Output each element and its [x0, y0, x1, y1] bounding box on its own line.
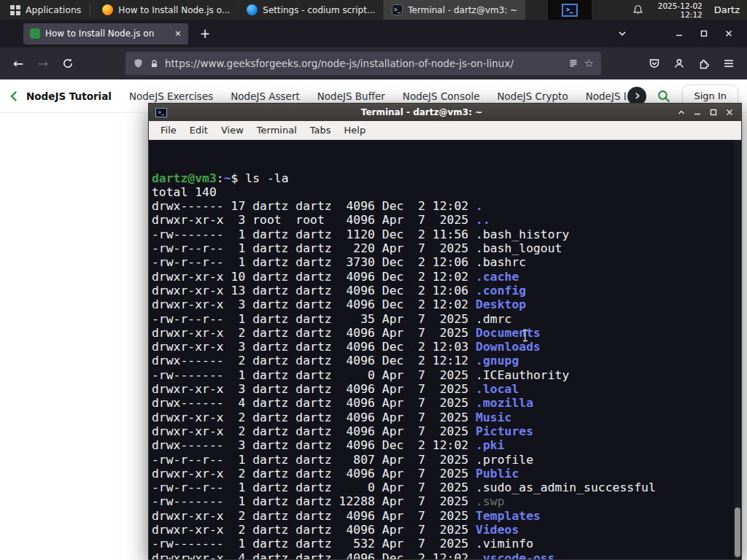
terminal-close-button[interactable]	[721, 105, 738, 120]
nav-link[interactable]: NodeJS Exercises	[129, 90, 213, 102]
terminal-title: Terminal - dartz@vm3: ~	[170, 107, 673, 117]
top-panel: Applications How to Install Node.js o...…	[0, 0, 747, 20]
terminal-line: -rw-r--r-- 1 dartz dartz 0 Apr 7 2025 .s…	[152, 481, 741, 494]
applications-menu[interactable]: Applications	[4, 0, 87, 20]
terminal-line: drwxr-xr-x 2 dartz dartz 4096 Apr 7 2025…	[152, 523, 741, 537]
taskbar-button-codium[interactable]: Settings - codium script...	[238, 0, 383, 20]
task-title: Terminal - dartz@vm3: ~	[408, 5, 517, 15]
nav-link[interactable]: NodeJS Tutorial	[26, 90, 112, 102]
tab-close-icon[interactable]	[174, 30, 182, 37]
terminal-minimize-button[interactable]	[689, 105, 705, 120]
nav-link[interactable]: NodeJS Console	[403, 90, 480, 102]
applications-icon	[10, 5, 20, 15]
terminal-line: drwx------ 4 dartz dartz 4096 Apr 7 2025…	[152, 396, 741, 410]
site-favicon	[30, 28, 40, 39]
site-nav-links: NodeJS TutorialNodeJS ExercisesNodeJS As…	[26, 90, 626, 102]
menu-help[interactable]: Help	[338, 122, 373, 138]
menu-tabs[interactable]: Tabs	[303, 122, 338, 138]
terminal-line: drwxr-xr-x 3 dartz dartz 4096 Dec 2 12:0…	[152, 298, 741, 311]
menu-view[interactable]: View	[214, 122, 250, 138]
applications-label: Applications	[26, 4, 81, 15]
bookmark-star-icon[interactable]: ☆	[584, 57, 594, 70]
user-menu[interactable]: Dartz	[714, 4, 740, 15]
terminal-title-icon: >_	[155, 108, 167, 117]
search-icon[interactable]	[657, 89, 670, 103]
terminal-line: drwxr-xr-x 3 root root 4096 Apr 7 2025 .…	[152, 213, 741, 227]
terminal-line: -rw-r--r-- 1 dartz dartz 35 Apr 7 2025 .…	[152, 312, 741, 326]
nav-link[interactable]: NodeJS Assert	[231, 90, 300, 102]
desktop: Applications How to Install Node.js o...…	[0, 0, 747, 560]
terminal-scrollbar[interactable]	[734, 140, 741, 559]
taskbar: How to Install Node.js o...Settings - co…	[93, 0, 540, 20]
menu-hamburger-icon[interactable]	[716, 52, 741, 75]
terminal-line: -rw-r--r-- 1 dartz dartz 807 Apr 7 2025 …	[152, 453, 741, 467]
browser-tab[interactable]: How to Install Node.js on	[23, 23, 188, 44]
nav-toolbar: ← → https://www.geeksforgeeks.org/node-j…	[0, 47, 747, 79]
window-restore-button[interactable]	[692, 23, 716, 44]
window-minimize-button[interactable]	[667, 23, 692, 44]
reload-button[interactable]	[55, 52, 80, 75]
terminal-maximize-button[interactable]	[705, 105, 721, 120]
terminal-line: drwxr-xr-x 2 dartz dartz 4096 Apr 7 2025…	[152, 467, 741, 481]
text-cursor	[464, 315, 529, 359]
terminal-line: total 140	[152, 185, 741, 199]
terminal-line: drwxr-xr-x 2 dartz dartz 4096 Apr 7 2025…	[152, 424, 741, 438]
back-button[interactable]: ←	[6, 52, 31, 75]
terminal-line: drwx------ 2 dartz dartz 4096 Dec 2 12:1…	[152, 354, 741, 368]
nav-link[interactable]: NodeJS Crypto	[498, 90, 568, 102]
list-tabs-button[interactable]	[610, 23, 635, 44]
notification-bell-icon[interactable]	[632, 4, 643, 15]
terminal-shade-button[interactable]	[673, 105, 689, 120]
terminal-line: drwxr-xr-x 10 dartz dartz 4096 Dec 2 12:…	[152, 270, 741, 284]
url-text[interactable]: https://www.geeksforgeeks.org/node-js/in…	[165, 58, 562, 69]
terminal-titlebar[interactable]: >_ Terminal - dartz@vm3: ~	[149, 104, 741, 121]
terminal-line: -rw------- 1 dartz dartz 12288 Apr 7 202…	[152, 494, 741, 508]
taskbar-button-terminal[interactable]: >_Terminal - dartz@vm3: ~	[383, 0, 525, 20]
terminal-line: drwxr-xr-x 2 dartz dartz 4096 Apr 7 2025…	[152, 509, 741, 523]
forward-button[interactable]: →	[31, 52, 55, 75]
terminal-icon: >_	[392, 4, 403, 15]
firefox-icon	[102, 4, 113, 15]
menu-file[interactable]: File	[154, 122, 183, 138]
terminal-output: dartz@vm3:~$ ls -latotal 140drwx------ 1…	[152, 171, 741, 559]
nav-link[interactable]: NodeJS Buffer	[317, 90, 385, 102]
scrollbar-thumb[interactable]	[735, 508, 740, 557]
tab-title: How to Install Node.js on	[45, 28, 169, 39]
new-tab-button[interactable]: +	[196, 24, 214, 43]
terminal-line: drwxr-xr-x 2 dartz dartz 4096 Apr 7 2025…	[152, 411, 741, 424]
terminal-window: >_ Terminal - dartz@vm3: ~ FileEditViewT…	[148, 103, 742, 560]
menu-terminal[interactable]: Terminal	[250, 122, 303, 138]
terminal-line: drwxr-xr-x 2 dartz dartz 4096 Apr 7 2025…	[152, 326, 741, 340]
taskbar-button-firefox[interactable]: How to Install Node.js o...	[93, 0, 238, 20]
terminal-line: drwx------ 17 dartz dartz 4096 Dec 2 12:…	[152, 199, 741, 213]
terminal-line: drwxrwxr-x 4 dartz dartz 4096 Dec 2 12:0…	[152, 551, 741, 559]
terminal-line: drwxr-xr-x 3 dartz dartz 4096 Apr 7 2025…	[152, 382, 741, 396]
terminal-body[interactable]: dartz@vm3:~$ ls -latotal 140drwx------ 1…	[149, 140, 741, 559]
account-icon[interactable]	[667, 52, 692, 75]
clock-date: 2025-12-02	[658, 1, 703, 10]
terminal-line: -rw-r--r-- 1 dartz dartz 220 Apr 7 2025 …	[152, 241, 741, 255]
lock-icon[interactable]	[150, 58, 159, 69]
chevron-left-icon[interactable]	[9, 90, 19, 102]
tab-bar: How to Install Node.js on +	[0, 20, 747, 47]
window-close-button[interactable]	[716, 23, 741, 44]
codium-icon	[247, 4, 258, 15]
window-controls	[610, 23, 741, 44]
tray-terminal-item[interactable]: >_	[548, 0, 592, 20]
extensions-icon[interactable]	[692, 52, 716, 75]
terminal-line: -rw------- 1 dartz dartz 532 Apr 7 2025 …	[152, 537, 741, 551]
pocket-icon[interactable]	[642, 52, 667, 75]
url-bar[interactable]: https://www.geeksforgeeks.org/node-js/in…	[125, 52, 601, 75]
terminal-line: drwxr-xr-x 13 dartz dartz 4096 Dec 2 12:…	[152, 284, 741, 298]
terminal-prompt-line: dartz@vm3:~$ ls -la	[152, 171, 741, 185]
shield-icon[interactable]	[133, 58, 144, 69]
clock-time: 12:12	[658, 10, 703, 19]
panel-separator	[90, 3, 90, 17]
terminal-tray-icon: >_	[562, 4, 578, 17]
terminal-line: drwx------ 3 dartz dartz 4096 Dec 2 12:0…	[152, 438, 741, 452]
reader-mode-icon[interactable]	[568, 58, 578, 69]
nav-link[interactable]: NodeJS DNS	[586, 90, 627, 102]
menu-edit[interactable]: Edit	[183, 122, 214, 138]
panel-clock[interactable]: 2025-12-02 12:12	[658, 1, 703, 19]
task-title: Settings - codium script...	[263, 5, 375, 15]
